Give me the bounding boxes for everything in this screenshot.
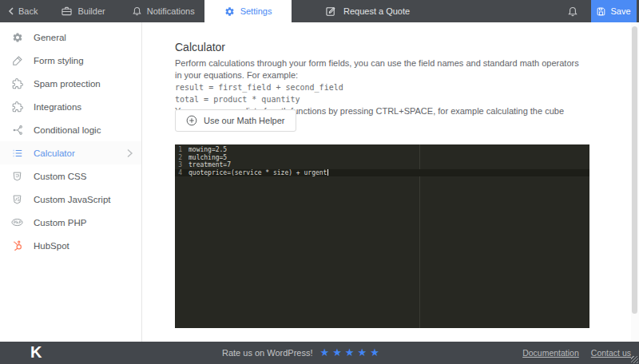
footer-links: Documentation Contact us	[522, 342, 631, 364]
save-button[interactable]: Save	[591, 0, 637, 22]
contact-us-link[interactable]: Contact us	[591, 348, 631, 358]
description-intro: Perform calculations through your form f…	[175, 57, 579, 81]
sidebar-item-label: General	[34, 33, 66, 42]
sidebar-item-general[interactable]: General	[0, 26, 141, 49]
rate-us-label: Rate us on WordPress!	[222, 348, 313, 358]
scrollbar-track[interactable]	[631, 22, 639, 342]
back-button[interactable]: Back	[8, 0, 38, 22]
gear-icon	[224, 6, 235, 17]
sidebar-item-form-styling[interactable]: Form styling	[0, 49, 141, 72]
sidebar-item-label: Custom JavaScript	[34, 195, 111, 204]
code-text: mulching=5	[189, 154, 227, 162]
settings-sidebar: General Form styling Spam protection Int…	[0, 22, 142, 342]
sidebar-item-integrations[interactable]: Integrations	[0, 95, 141, 118]
sidebar-item-label: Conditional logic	[34, 125, 101, 135]
tab-notifications[interactable]: Notifications	[133, 0, 195, 22]
js-shield-icon	[11, 193, 23, 205]
code-text: quoteprice=(service * size) + urgent	[189, 169, 327, 177]
documentation-link[interactable]: Documentation	[522, 348, 579, 358]
line-number: 3	[175, 161, 189, 169]
hubspot-icon	[11, 239, 23, 251]
css-shield-icon	[11, 170, 23, 182]
resize-handle[interactable]	[631, 356, 638, 363]
rating-widget: Rate us on WordPress! ★ ★ ★ ★ ★	[222, 342, 379, 364]
star-icon[interactable]: ★	[332, 346, 342, 358]
line-number: 4	[175, 169, 189, 177]
sidebar-item-spam-protection[interactable]: Spam protection	[0, 72, 141, 95]
kali-forms-logo: K	[30, 343, 42, 362]
code-text: treatment=7	[189, 161, 231, 169]
php-icon	[11, 216, 23, 228]
page-title: Calculator	[175, 41, 225, 53]
star-icon[interactable]: ★	[320, 346, 330, 358]
sidebar-item-hubspot[interactable]: HubSpot	[0, 234, 141, 257]
star-icon[interactable]: ★	[345, 346, 355, 358]
list-icon	[11, 147, 23, 159]
app-window: Back Builder Notifications Settings Requ…	[0, 0, 639, 364]
example-formula-1: result = first_field + second_field	[175, 81, 579, 93]
sidebar-item-custom-css[interactable]: Custom CSS	[0, 164, 141, 188]
math-helper-button[interactable]: Use our Math Helper	[175, 109, 296, 132]
puzzle-icon	[11, 101, 23, 113]
bell-icon	[133, 6, 141, 16]
scrollbar-thumb[interactable]	[632, 26, 637, 314]
sidebar-item-label: HubSpot	[34, 241, 69, 251]
sidebar-item-conditional-logic[interactable]: Conditional logic	[0, 118, 141, 141]
sidebar-item-label: Integrations	[34, 102, 81, 112]
formula-code-editor[interactable]: 1 mowing=2.5 2 mulching=5 3 treatment=7 …	[175, 144, 589, 328]
form-title-label: Request a Quote	[343, 6, 410, 16]
star-rating: ★ ★ ★ ★ ★	[320, 346, 379, 358]
code-line-1[interactable]: 1 mowing=2.5	[175, 146, 589, 154]
tab-settings-active[interactable]: Settings	[204, 0, 292, 22]
back-label: Back	[18, 6, 38, 16]
code-line-2[interactable]: 2 mulching=5	[175, 154, 589, 162]
sidebar-item-label: Custom CSS	[34, 172, 86, 181]
sidebar-item-label: Custom PHP	[34, 218, 86, 228]
toolbox-icon	[62, 6, 72, 16]
settings-label: Settings	[240, 6, 272, 16]
notifications-label: Notifications	[147, 6, 195, 16]
math-helper-label: Use our Math Helper	[204, 116, 285, 125]
chevron-right-icon	[126, 148, 133, 158]
bell-icon	[568, 6, 577, 17]
chevron-left-icon	[8, 7, 14, 15]
tab-builder[interactable]: Builder	[62, 0, 105, 22]
sidebar-item-label: Form styling	[34, 56, 84, 65]
puzzle-icon	[11, 77, 23, 89]
builder-label: Builder	[77, 6, 105, 16]
star-icon[interactable]: ★	[370, 346, 379, 358]
example-formula-2: total = product * quantity	[175, 93, 579, 105]
plus-circle-icon	[186, 115, 197, 126]
floppy-disk-icon	[597, 7, 605, 16]
star-icon[interactable]: ★	[357, 346, 367, 358]
branch-icon	[11, 124, 23, 136]
notification-bell-button[interactable]	[568, 0, 577, 22]
text-cursor	[327, 169, 328, 176]
topbar: Back Builder Notifications Settings Requ…	[0, 0, 639, 22]
save-label: Save	[610, 6, 630, 16]
code-line-4-active[interactable]: 4 quoteprice=(service * size) + urgent	[175, 169, 589, 177]
calculator-settings-panel: Calculator Perform calculations through …	[143, 22, 639, 342]
footer-bar: K Rate us on WordPress! ★ ★ ★ ★ ★ Docume…	[0, 342, 639, 364]
form-title[interactable]: Request a Quote	[326, 0, 410, 22]
code-text: mowing=2.5	[189, 146, 227, 154]
sidebar-item-custom-javascript[interactable]: Custom JavaScript	[0, 188, 141, 211]
sidebar-item-label: Calculator	[34, 148, 75, 158]
line-number: 1	[175, 146, 189, 154]
edit-icon	[326, 6, 336, 17]
line-number: 2	[175, 154, 189, 162]
sidebar-item-label: Spam protection	[34, 79, 101, 89]
sidebar-item-calculator[interactable]: Calculator	[0, 141, 141, 164]
code-line-3[interactable]: 3 treatment=7	[175, 161, 589, 169]
sidebar-item-custom-php[interactable]: Custom PHP	[0, 211, 141, 234]
gear-icon	[11, 31, 23, 43]
brush-icon	[11, 54, 23, 66]
